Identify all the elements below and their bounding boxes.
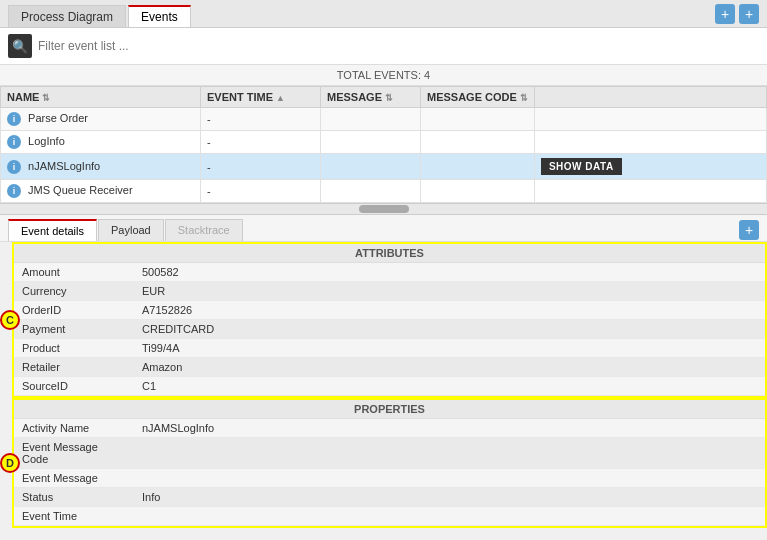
row-name: i LogInfo xyxy=(1,131,201,154)
info-icon: i xyxy=(7,160,21,174)
tab-payload[interactable]: Payload xyxy=(98,219,164,241)
tab-events[interactable]: Events xyxy=(128,5,191,27)
tab-event-details[interactable]: Event details xyxy=(8,219,97,241)
attributes-table: Amount 500582 Currency EUR OrderID A7152… xyxy=(14,263,765,396)
row-time: - xyxy=(201,180,321,203)
col-header-name[interactable]: NAME ⇅ xyxy=(1,87,201,108)
horizontal-scrollbar[interactable] xyxy=(0,203,767,215)
list-item: Retailer Amazon xyxy=(14,358,765,377)
properties-section-wrapper: D PROPERTIES Activity Name nJAMSLogInfo … xyxy=(12,398,767,528)
tab-action-btn-1[interactable]: + xyxy=(715,4,735,24)
list-item: OrderID A7152826 xyxy=(14,301,765,320)
row-action xyxy=(534,131,766,154)
row-msgcode xyxy=(421,131,535,154)
table-row[interactable]: i JMS Queue Receiver - xyxy=(1,180,767,203)
sort-icon-name: ⇅ xyxy=(42,93,50,103)
list-item: Product Ti99/4A xyxy=(14,339,765,358)
row-message xyxy=(321,180,421,203)
row-action: SHOW DATA xyxy=(534,154,766,180)
tab-action-btn-2[interactable]: + xyxy=(739,4,759,24)
col-header-action xyxy=(534,87,766,108)
row-time: - xyxy=(201,131,321,154)
sort-icon-time: ▲ xyxy=(276,93,285,103)
col-header-message-code[interactable]: MESSAGE CODE ⇅ xyxy=(421,87,535,108)
properties-table: Activity Name nJAMSLogInfo Event Message… xyxy=(14,419,765,526)
list-item: Amount 500582 xyxy=(14,263,765,282)
table-row[interactable]: i Parse Order - xyxy=(1,108,767,131)
detail-action-button[interactable]: + xyxy=(739,220,759,240)
list-item: Event Message Code xyxy=(14,438,765,469)
col-header-message[interactable]: MESSAGE ⇅ xyxy=(321,87,421,108)
col-header-time[interactable]: EVENT TIME ▲ xyxy=(201,87,321,108)
row-action xyxy=(534,180,766,203)
detail-tab-bar: Event details Payload Stacktrace + xyxy=(0,215,767,242)
list-item: Currency EUR xyxy=(14,282,765,301)
row-message xyxy=(321,131,421,154)
row-action xyxy=(534,108,766,131)
properties-section: PROPERTIES Activity Name nJAMSLogInfo Ev… xyxy=(12,398,767,528)
list-item: Event Message xyxy=(14,469,765,488)
info-icon: i xyxy=(7,135,21,149)
row-message xyxy=(321,108,421,131)
detail-tabs: Event details Payload Stacktrace xyxy=(8,219,244,241)
events-table: NAME ⇅ EVENT TIME ▲ MESSAGE ⇅ MESSAGE CO… xyxy=(0,86,767,203)
list-item: Event Time xyxy=(14,507,765,526)
search-bar: 🔍 xyxy=(0,28,767,65)
search-input[interactable] xyxy=(38,39,759,53)
section-c-badge: C xyxy=(0,310,20,330)
row-name: i JMS Queue Receiver xyxy=(1,180,201,203)
attributes-section-wrapper: C ATTRIBUTES Amount 500582 Currency EUR … xyxy=(12,242,767,398)
main-tabs: Process Diagram Events xyxy=(8,0,193,27)
sort-icon-msgcode: ⇅ xyxy=(520,93,528,103)
row-name: i nJAMSLogInfo xyxy=(1,154,201,180)
list-item: Payment CREDITCARD xyxy=(14,320,765,339)
list-item: Status Info xyxy=(14,488,765,507)
tab-process-diagram[interactable]: Process Diagram xyxy=(8,5,126,27)
row-time: - xyxy=(201,108,321,131)
attributes-header: ATTRIBUTES xyxy=(14,244,765,263)
row-message xyxy=(321,154,421,180)
total-events: TOTAL EVENTS: 4 xyxy=(0,65,767,86)
tab-actions: + + xyxy=(715,4,759,24)
info-icon: i xyxy=(7,184,21,198)
info-icon: i xyxy=(7,112,21,126)
search-icon: 🔍 xyxy=(8,34,32,58)
row-name: i Parse Order xyxy=(1,108,201,131)
events-section: NAME ⇅ EVENT TIME ▲ MESSAGE ⇅ MESSAGE CO… xyxy=(0,86,767,203)
row-msgcode xyxy=(421,154,535,180)
list-item: Activity Name nJAMSLogInfo xyxy=(14,419,765,438)
sort-icon-msg: ⇅ xyxy=(385,93,393,103)
show-data-button[interactable]: SHOW DATA xyxy=(541,158,622,175)
row-time: - xyxy=(201,154,321,180)
main-tab-bar: Process Diagram Events + + xyxy=(0,0,767,28)
properties-header: PROPERTIES xyxy=(14,400,765,419)
attributes-section: ATTRIBUTES Amount 500582 Currency EUR Or… xyxy=(12,242,767,398)
row-msgcode xyxy=(421,108,535,131)
scrollbar-thumb[interactable] xyxy=(359,205,409,213)
list-item: SourceID C1 xyxy=(14,377,765,396)
row-msgcode xyxy=(421,180,535,203)
section-d-badge: D xyxy=(0,453,20,473)
tab-stacktrace: Stacktrace xyxy=(165,219,243,241)
table-row[interactable]: i nJAMSLogInfo - SHOW DATA xyxy=(1,154,767,180)
table-row[interactable]: i LogInfo - xyxy=(1,131,767,154)
